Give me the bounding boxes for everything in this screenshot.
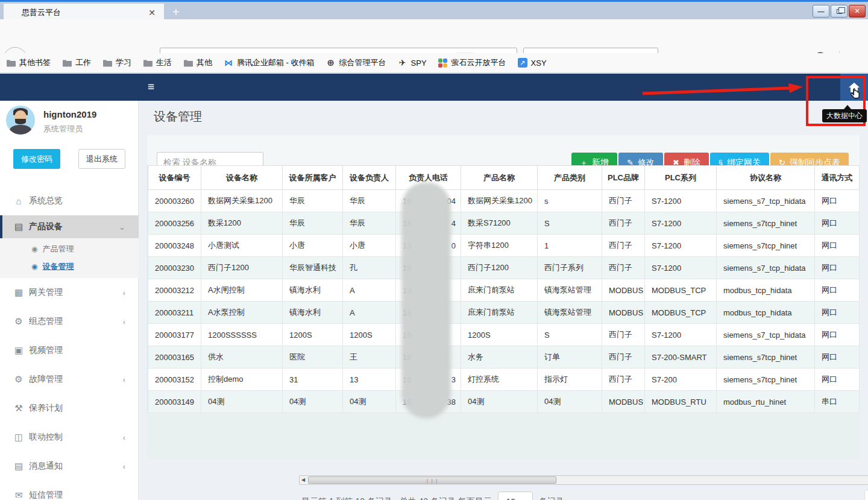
chevron-left-icon: ‹ — [123, 288, 125, 297]
sidebar-item-label: 保养计划 — [29, 403, 139, 414]
cell-category: 04测 — [538, 391, 602, 413]
restore-icon — [837, 9, 842, 14]
cell-brand: MODBUS — [602, 391, 645, 413]
cell-category: 镇海泵站管理 — [538, 279, 602, 302]
scroll-left-icon[interactable]: ◀ — [300, 476, 307, 484]
bookmark-label: 其他书签 — [19, 57, 51, 68]
table-row[interactable]: 200003212A水闸控制镇海水利A13庶来门前泵站镇海泵站管理MODBUSM… — [148, 279, 860, 302]
table-row[interactable]: 200003211A水泵控制镇海水利A13庶来门前泵站镇海泵站管理MODBUSM… — [148, 302, 860, 324]
cell-category: 订单 — [538, 346, 602, 369]
minimize-button[interactable]: — — [813, 5, 829, 17]
cell-customer: 医院 — [283, 346, 343, 369]
cell-protocol: siemens_s7tcp_hinet — [717, 369, 815, 391]
cell-product: 庶来门前泵站 — [461, 279, 538, 302]
bookmark-label: XSY — [531, 59, 547, 68]
phone-suffix: 0 — [451, 241, 456, 250]
table-row[interactable]: 200003165供水医院王18水务订单西门子S7-200-SMARTsieme… — [148, 346, 860, 369]
sidebar-item-视频管理[interactable]: ▣视频管理 — [0, 336, 139, 365]
sidebar-item-消息通知[interactable]: ▤消息通知‹ — [0, 452, 139, 481]
cell-name: 供水 — [201, 346, 283, 369]
bookmark-item[interactable]: 学习 — [102, 57, 131, 68]
cell-comm: 网口 — [815, 190, 860, 212]
logout-button[interactable]: 退出系统 — [78, 149, 125, 169]
cell-protocol: modbus_rtu_hinet — [717, 391, 815, 413]
cell-product: 字符串1200 — [461, 235, 538, 257]
table-row[interactable]: 200003260数据网关采集1200华辰华辰1804数据网关采集1200s西门… — [148, 190, 860, 212]
bookmark-item[interactable]: 其他 — [183, 57, 212, 68]
tooltip-caret — [844, 105, 851, 109]
browser-tab[interactable]: 思普云平台 ✕ — [4, 4, 164, 21]
table-row[interactable]: 2000031771200SSSSSS1200S1200S151200SS西门子… — [148, 324, 860, 346]
book-icon: ▤ — [12, 461, 25, 472]
bookmark-item[interactable]: ⊕综合管理平台 — [326, 57, 386, 68]
sidebar-subitem-产品管理[interactable]: ◉产品管理 — [0, 240, 139, 258]
folder-icon — [6, 58, 16, 68]
column-header: 设备编号 — [148, 166, 201, 190]
sidebar-item-短信管理[interactable]: ✉短信管理 — [0, 481, 139, 500]
monitor-icon: ▣ — [12, 345, 25, 356]
sidebar-item-网关管理[interactable]: ▦网关管理‹ — [0, 278, 139, 307]
sidebar-item-保养计划[interactable]: ⚒保养计划 — [0, 394, 139, 423]
cell-product: 西门子1200 — [461, 257, 538, 279]
cell-category: 西门子系列 — [538, 257, 602, 279]
cell-series: MODBUS_TCP — [645, 279, 717, 302]
cell-category: s — [538, 190, 602, 212]
table-row[interactable]: 200003248小唐测试小唐小唐130字符串12001西门子S7-1200si… — [148, 235, 860, 257]
cell-product: 数据网关采集1200 — [461, 190, 538, 212]
bookmark-label: 综合管理平台 — [339, 57, 386, 68]
cell-protocol: siemens_s7tcp_hinet — [717, 346, 815, 369]
cell-comm: 网口 — [815, 369, 860, 391]
cell-brand: 西门子 — [602, 235, 645, 257]
bookmark-item[interactable]: ✈SPY — [398, 58, 427, 68]
bookmark-item[interactable]: 生活 — [143, 57, 172, 68]
bookmark-item[interactable]: 萤石云开放平台 — [438, 57, 506, 68]
table-row[interactable]: 20000314904测04测04测153804测04测MODBUSMODBUS… — [148, 391, 860, 413]
cell-brand: 西门子 — [602, 346, 645, 369]
cell-series: S7-200-SMART — [645, 346, 717, 369]
sidebar-subitem-设备管理[interactable]: ◉设备管理 — [0, 258, 139, 275]
sidebar-item-产品设备[interactable]: ▤产品设备⌄ — [0, 215, 139, 238]
per-page-select[interactable]: 10▲ — [498, 492, 533, 500]
cell-no: 200003212 — [148, 279, 201, 302]
cell-brand: MODBUS — [602, 302, 645, 324]
records-summary-suffix: 条记录 — [539, 496, 564, 500]
sidebar-collapse-icon[interactable]: ≡ — [148, 80, 154, 93]
change-password-button[interactable]: 修改密码 — [13, 149, 60, 169]
sidebar-item-联动控制[interactable]: ◫联动控制‹ — [0, 423, 139, 452]
horizontal-scrollbar[interactable]: ◀ ❘❘❘ ▶ — [299, 475, 868, 485]
restore-button[interactable] — [831, 5, 848, 17]
cell-series: S7-1200 — [645, 257, 717, 279]
cell-owner: A — [343, 279, 396, 302]
avatar[interactable] — [6, 106, 35, 134]
table-row[interactable]: 200003152控制demo3113153灯控系统指示灯西门子S7-200si… — [148, 369, 860, 391]
sidebar-item-系统总览[interactable]: ⌂系统总览 — [0, 186, 139, 215]
sidebar-item-组态管理[interactable]: ⚙组态管理‹ — [0, 307, 139, 336]
records-summary: 显示第 1 到第 10 条记录 , 总共 42 条记录 每页显示 10▲ 条记录 — [301, 492, 564, 500]
envelope-icon: ✉ — [12, 490, 25, 500]
bookmark-item[interactable]: ↗XSY — [518, 58, 547, 68]
bookmark-item[interactable]: 工作 — [62, 57, 91, 68]
cell-owner: 1200S — [343, 324, 396, 346]
table-row[interactable]: 200003256数采1200华辰华辰184数采S71200S西门子S7-120… — [148, 212, 860, 235]
globe-icon: ⊕ — [326, 58, 336, 68]
tab-close-icon[interactable]: ✕ — [146, 8, 158, 17]
cell-name: 数据网关采集1200 — [201, 190, 283, 212]
sidebar-item-故障管理[interactable]: ⚙故障管理‹ — [0, 365, 139, 394]
column-header: PLC品牌 — [602, 166, 645, 190]
close-button[interactable]: ✕ — [849, 5, 866, 17]
pagination-prev[interactable]: ‹ — [865, 490, 868, 500]
table-row[interactable]: 200003230西门子1200华辰智通科技孔15西门子1200西门子系列西门子… — [148, 257, 860, 279]
cell-no: 200003230 — [148, 257, 201, 279]
new-tab-button[interactable]: + — [172, 5, 180, 19]
bookmark-item[interactable]: 其他书签 — [6, 57, 51, 68]
book-icon: ▤ — [12, 221, 25, 232]
chevron-down-icon: ⌄ — [119, 223, 125, 232]
bookmark-label: 学习 — [116, 57, 131, 68]
cell-protocol: modbus_tcp_hidata — [717, 302, 815, 324]
cell-category: S — [538, 324, 602, 346]
cell-no: 200003256 — [148, 212, 201, 235]
cell-brand: 西门子 — [602, 190, 645, 212]
bookmark-item[interactable]: ⋈腾讯企业邮箱 - 收件箱 — [224, 57, 315, 68]
cell-owner: 华辰 — [343, 190, 396, 212]
scrollbar-thumb[interactable]: ❘❘❘ — [308, 476, 556, 484]
